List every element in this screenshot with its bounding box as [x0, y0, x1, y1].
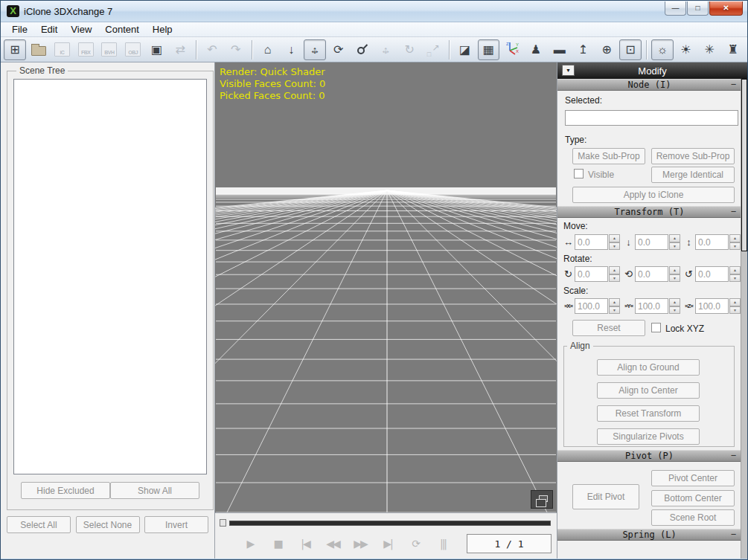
rotate-y-step-up[interactable]: ▲ [669, 266, 680, 274]
maximize-button[interactable]: □ [687, 1, 709, 16]
menu-edit[interactable]: Edit [34, 22, 64, 36]
ambient-light-button[interactable]: ✳ [698, 39, 720, 60]
frame-counter[interactable]: 1 / 1 [467, 534, 552, 553]
visible-checkbox[interactable] [574, 169, 584, 178]
panel-scrollbar[interactable] [741, 79, 747, 559]
scale-y-step-up[interactable]: ▲ [669, 298, 680, 306]
timeline-handle[interactable] [220, 519, 226, 527]
move-z-input[interactable] [695, 234, 729, 250]
apply-to-iclone-button[interactable]: Apply to iClone [572, 187, 735, 203]
reset-button[interactable]: Reset [572, 320, 645, 336]
preview-light-button[interactable]: ☼ [651, 39, 674, 60]
go-to-end-button[interactable]: ▶| [380, 535, 396, 553]
menu-file[interactable]: File [5, 22, 34, 36]
merge-identical-button[interactable]: Merge Identical [651, 167, 735, 183]
move-z-step-up[interactable]: ▲ [729, 234, 741, 242]
menu-help[interactable]: Help [146, 22, 179, 36]
stage-building-button[interactable]: ♜ [722, 39, 744, 60]
section-node[interactable]: Node (I) − [557, 79, 741, 91]
menu-view[interactable]: View [64, 22, 98, 36]
scale-tool-button[interactable] [422, 39, 444, 60]
title-bar[interactable]: X iClone 3DXchange 7 — □ ✕ [1, 1, 747, 22]
rotate-z-input[interactable] [695, 266, 729, 282]
scale-x-step-up[interactable]: ▲ [609, 298, 620, 306]
3d-viewport[interactable]: Render: Quick ShaderVisible Faces Count:… [215, 62, 557, 512]
wireframe-mode-button[interactable]: ⊕ [595, 39, 618, 60]
background-color-button[interactable]: ◪ [454, 39, 476, 60]
stop-button[interactable]: ■ [269, 535, 286, 553]
export-bvh-button[interactable]: BVH [98, 39, 121, 60]
align-to-center-button[interactable]: Align to Center [597, 382, 700, 399]
move-y-step-up[interactable]: ▲ [669, 234, 680, 242]
hide-excluded-button[interactable]: Hide Excluded [21, 482, 110, 499]
selected-input[interactable] [565, 110, 738, 126]
rotate-y-step-down[interactable]: ▼ [669, 274, 680, 283]
camera-orbit-button[interactable]: ⟳ [327, 39, 350, 60]
show-prop-button[interactable]: ▬ [549, 39, 571, 60]
edit-pivot-button[interactable]: Edit Pivot [572, 484, 639, 509]
align-to-ground-button[interactable]: Align to Ground [597, 359, 700, 376]
export-obj-button[interactable]: OBJ [122, 39, 144, 60]
move-x-input[interactable] [575, 234, 608, 250]
export-fbx-button[interactable]: FBX [74, 39, 97, 60]
show-character-button[interactable]: ♟ [525, 39, 547, 60]
scale-z-input[interactable] [695, 298, 729, 314]
scale-z-step-up[interactable]: ▲ [729, 298, 741, 306]
rotate-x-step-up[interactable]: ▲ [609, 266, 620, 274]
rotate-y-input[interactable] [635, 266, 668, 282]
scale-y-step-down[interactable]: ▼ [669, 306, 680, 315]
grid-toggle-button[interactable]: ▦ [478, 39, 500, 60]
close-button[interactable]: ✕ [709, 1, 743, 16]
rotate-z-step-up[interactable]: ▲ [729, 266, 741, 274]
go-to-start-button[interactable]: |◀ [297, 535, 313, 553]
scale-x-input[interactable] [575, 298, 608, 314]
loop-button[interactable]: ⟳ [407, 535, 423, 553]
undo-button[interactable]: ↶ [201, 39, 223, 60]
scale-x-step-down[interactable]: ▼ [609, 306, 620, 315]
select-all-button[interactable]: Select All [7, 516, 71, 533]
show-all-button[interactable]: Show All [110, 482, 199, 499]
update-to-iclone-button[interactable]: ⇄ [169, 39, 191, 60]
move-x-step-up[interactable]: ▲ [609, 234, 620, 242]
rotate-x-step-down[interactable]: ▼ [609, 274, 620, 283]
rotate-tool-button[interactable]: ↻ [398, 39, 421, 60]
singularize-pivots-button[interactable]: Singularize Pivots [597, 428, 700, 445]
maximize-viewport-button[interactable] [531, 490, 553, 509]
move-y-step-down[interactable]: ▼ [669, 242, 680, 251]
move-y-input[interactable] [635, 234, 668, 250]
play-button[interactable]: ▶ [242, 535, 258, 553]
remove-sub-prop-button[interactable]: Remove Sub-Prop [651, 148, 735, 164]
show-normals-button[interactable]: ↥ [572, 39, 595, 60]
frames-button[interactable]: ||| [435, 535, 451, 553]
scrollbar-thumb[interactable] [741, 79, 747, 251]
camera-pan-button[interactable] [304, 39, 326, 60]
invert-button[interactable]: Invert [144, 516, 208, 533]
fast-forward-button[interactable]: ▶▶ [352, 535, 368, 553]
select-none-button[interactable]: Select None [76, 516, 140, 533]
batch-convert-button[interactable]: ▣ [146, 39, 168, 60]
move-z-step-down[interactable]: ▼ [729, 242, 741, 251]
point-light-button[interactable]: ☀ [675, 39, 697, 60]
bottom-center-button[interactable]: Bottom Center [651, 490, 735, 506]
move-x-step-down[interactable]: ▼ [609, 242, 620, 251]
reset-transform-button[interactable]: Reset Transform [597, 405, 700, 422]
section-spring[interactable]: Spring (L) − [557, 529, 741, 541]
scene-root-button[interactable]: Scene Root [651, 509, 735, 526]
rotate-x-input[interactable] [575, 266, 608, 282]
scale-z-step-down[interactable]: ▼ [729, 306, 741, 315]
camera-look-down-button[interactable]: ↓ [280, 39, 302, 60]
scene-tree-toggle-button[interactable]: ⊞ [4, 39, 26, 60]
timeline-track[interactable] [229, 521, 551, 526]
rewind-button[interactable]: ◀◀ [325, 535, 341, 553]
pivot-center-button[interactable]: Pivot Center [651, 470, 735, 486]
panel-dropdown-button[interactable]: ▼ [562, 65, 575, 76]
axis-display-button[interactable]: ZYX [501, 39, 523, 60]
scale-y-input[interactable] [635, 298, 668, 314]
move-tool-button[interactable] [374, 39, 397, 60]
scene-tree-list[interactable] [13, 79, 207, 474]
export-iclone-button[interactable]: iC [51, 39, 74, 60]
camera-home-button[interactable]: ⌂ [257, 39, 279, 60]
section-pivot[interactable]: Pivot (P) − [557, 450, 741, 462]
rotate-z-step-down[interactable]: ▼ [729, 274, 741, 283]
camera-zoom-button[interactable] [351, 39, 374, 60]
